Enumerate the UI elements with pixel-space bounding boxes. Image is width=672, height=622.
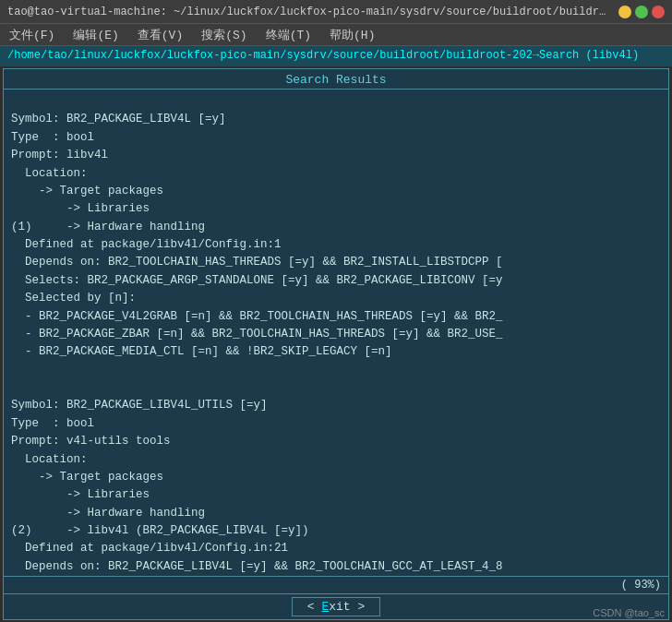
content-line-23: -> Hardware handling: [11, 505, 661, 522]
menu-help[interactable]: 帮助(H): [326, 26, 378, 44]
menu-search[interactable]: 搜索(S): [198, 26, 250, 44]
search-content-area: Symbol: BR2_PACKAGE_LIBV4L [=y] Type : b…: [4, 90, 668, 576]
content-line-13: - BR2_PACKAGE_ZBAR [=n] && BR2_TOOLCHAIN…: [11, 326, 661, 343]
path-text: /home/tao/linux/luckfox/luckfox-pico-mai…: [7, 49, 639, 62]
close-button[interactable]: [652, 6, 665, 18]
content-line-10: Selects: BR2_PACKAGE_ARGP_STANDALONE [=y…: [11, 272, 661, 290]
search-results-window: Search Results Symbol: BR2_PACKAGE_LIBV4…: [3, 68, 669, 620]
content-line-24: (2) -> libv4l (BR2_PACKAGE_LIBV4L [=y]): [11, 522, 661, 540]
window-controls: [618, 6, 665, 18]
content-line-1: Symbol: BR2_PACKAGE_LIBV4L [=y]: [11, 111, 661, 128]
title-bar: tao@tao-virtual-machine: ~/linux/luckfox…: [0, 0, 672, 24]
content-line-0: [11, 93, 661, 111]
exit-button[interactable]: < Exit >: [292, 597, 380, 616]
main-window: tao@tao-virtual-machine: ~/linux/luckfox…: [0, 0, 672, 622]
content-line-19: Prompt: v4l-utils tools: [11, 433, 661, 450]
content-line-26: Depends on: BR2_PACKAGE_LIBV4L [=y] && B…: [11, 558, 661, 576]
path-bar: /home/tao/linux/luckfox/luckfox-pico-mai…: [0, 46, 672, 66]
maximize-button[interactable]: [635, 6, 648, 18]
content-line-3: Prompt: libv4l: [11, 147, 661, 164]
content-line-4: Location:: [11, 165, 661, 183]
menu-edit[interactable]: 编辑(E): [69, 26, 122, 44]
window-title: tao@tao-virtual-machine: ~/linux/luckfox…: [7, 6, 611, 18]
content-line-9: Depends on: BR2_TOOLCHAIN_HAS_THREADS [=…: [11, 254, 661, 271]
content-line-18: Type : bool: [11, 415, 661, 433]
content-line-11: Selected by [n]:: [11, 290, 661, 307]
search-results-title: Search Results: [4, 69, 668, 90]
content-line-14: - BR2_PACKAGE_MEDIA_CTL [=n] && !BR2_SKI…: [11, 343, 661, 361]
content-line-15: [11, 362, 661, 379]
content-line-8: Defined at package/libv4l/Config.in:1: [11, 236, 661, 254]
content-line-12: - BR2_PACKAGE_V4L2GRAB [=n] && BR2_TOOLC…: [11, 308, 661, 326]
menu-file[interactable]: 文件(F): [6, 26, 58, 44]
exit-highlight: E: [321, 600, 329, 614]
content-line-2: Type : bool: [11, 129, 661, 147]
bottom-bar: < Exit >: [4, 593, 668, 619]
content-line-21: -> Target packages: [11, 469, 661, 486]
content-line-6: -> Libraries: [11, 200, 661, 218]
progress-percent: ( 93%): [621, 579, 661, 592]
menu-view[interactable]: 查看(V): [134, 26, 186, 44]
content-line-20: Location:: [11, 451, 661, 469]
minimize-button[interactable]: [618, 6, 631, 18]
search-footer: ( 93%): [4, 576, 668, 593]
menu-bar: 文件(F) 编辑(E) 查看(V) 搜索(S) 终端(T) 帮助(H): [0, 24, 672, 46]
content-line-5: -> Target packages: [11, 183, 661, 200]
content-line-7: (1) -> Hardware handling: [11, 219, 661, 236]
watermark: CSDN @tao_sc: [593, 607, 665, 618]
content-line-25: Defined at package/libv4l/Config.in:21: [11, 540, 661, 557]
menu-terminal[interactable]: 终端(T): [262, 26, 315, 44]
content-line-17: Symbol: BR2_PACKAGE_LIBV4L_UTILS [=y]: [11, 397, 661, 414]
content-line-22: -> Libraries: [11, 486, 661, 504]
content-line-16: [11, 379, 661, 397]
